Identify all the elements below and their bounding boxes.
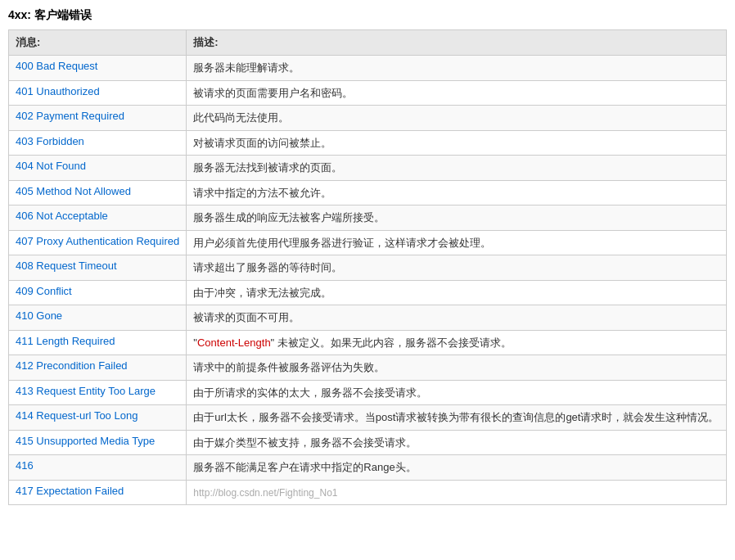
desc-cell: 对被请求页面的访问被禁止。 (187, 130, 727, 156)
table-row: 409 Conflict由于冲突，请求无法被完成。 (9, 280, 727, 305)
table-row: 405 Method Not Allowed请求中指定的方法不被允许。 (9, 180, 727, 205)
page-title: 4xx: 客户端错误 (8, 8, 727, 23)
code-cell: 400 Bad Request (9, 56, 187, 81)
desc-cell: 请求超出了服务器的等待时间。 (187, 255, 727, 281)
col2-header: 描述: (187, 30, 727, 56)
desc-cell: 由于冲突，请求无法被完成。 (187, 280, 727, 305)
code-link[interactable]: 415 Unsupported Media Type (16, 435, 155, 447)
code-link[interactable]: 412 Precondition Failed (16, 359, 128, 372)
code-cell: 413 Request Entity Too Large (9, 380, 187, 405)
desc-cell: 服务器未能理解请求。 (187, 56, 727, 81)
code-link[interactable]: 417 Expectation Failed (16, 485, 124, 497)
code-cell: 416 (9, 455, 187, 481)
watermark: http://blog.csdn.net/Fighting_No1 (193, 487, 337, 499)
http-codes-table: 消息: 描述: 400 Bad Request服务器未能理解请求。401 Una… (8, 29, 727, 505)
code-link[interactable]: 410 Gone (16, 309, 62, 322)
table-row: 414 Request-url Too Long由于url太长，服务器不会接受请… (9, 405, 727, 431)
inline-code: Content-Length (197, 336, 271, 349)
code-link[interactable]: 408 Request Timeout (16, 260, 117, 272)
desc-cell: 由于媒介类型不被支持，服务器不会接受请求。 (187, 430, 727, 455)
table-row: 407 Proxy Authentication Required用户必须首先使… (9, 230, 727, 255)
code-link[interactable]: 403 Forbidden (16, 135, 84, 147)
table-row: 411 Length Required"Content-Length" 未被定义… (9, 330, 727, 355)
table-row: 408 Request Timeout请求超出了服务器的等待时间。 (9, 255, 727, 281)
code-cell: 415 Unsupported Media Type (9, 430, 187, 455)
code-link[interactable]: 406 Not Acceptable (16, 210, 108, 222)
table-row: 412 Precondition Failed请求中的前提条件被服务器评估为失败… (9, 355, 727, 381)
table-row: 402 Payment Required此代码尚无法使用。 (9, 106, 727, 131)
table-row: 415 Unsupported Media Type由于媒介类型不被支持，服务器… (9, 430, 727, 455)
table-row: 403 Forbidden对被请求页面的访问被禁止。 (9, 130, 727, 156)
desc-cell: 用户必须首先使用代理服务器进行验证，这样请求才会被处理。 (187, 230, 727, 255)
desc-cell: 服务器不能满足客户在请求中指定的Range头。 (187, 455, 727, 481)
code-cell: 406 Not Acceptable (9, 205, 187, 231)
table-row: 406 Not Acceptable服务器生成的响应无法被客户端所接受。 (9, 205, 727, 231)
desc-cell: 服务器生成的响应无法被客户端所接受。 (187, 205, 727, 231)
desc-cell: "Content-Length" 未被定义。如果无此内容，服务器不会接受请求。 (187, 330, 727, 355)
code-cell: 411 Length Required (9, 330, 187, 355)
code-cell: 405 Method Not Allowed (9, 180, 187, 205)
desc-cell: http://blog.csdn.net/Fighting_No1 (187, 480, 727, 505)
code-link[interactable]: 416 (16, 459, 34, 472)
code-cell: 401 Unauthorized (9, 80, 187, 106)
desc-cell: 被请求的页面不可用。 (187, 305, 727, 331)
code-link[interactable]: 407 Proxy Authentication Required (16, 235, 179, 247)
table-row: 416服务器不能满足客户在请求中指定的Range头。 (9, 455, 727, 481)
table-row: 404 Not Found服务器无法找到被请求的页面。 (9, 156, 727, 181)
desc-cell: 此代码尚无法使用。 (187, 106, 727, 131)
table-row: 400 Bad Request服务器未能理解请求。 (9, 56, 727, 81)
desc-cell: 被请求的页面需要用户名和密码。 (187, 80, 727, 106)
code-link[interactable]: 413 Request Entity Too Large (16, 385, 156, 397)
code-cell: 408 Request Timeout (9, 255, 187, 281)
desc-cell: 请求中指定的方法不被允许。 (187, 180, 727, 205)
code-link[interactable]: 409 Conflict (16, 285, 72, 297)
desc-cell: 请求中的前提条件被服务器评估为失败。 (187, 355, 727, 381)
code-cell: 409 Conflict (9, 280, 187, 305)
desc-cell: 由于url太长，服务器不会接受请求。当post请求被转换为带有很长的查询信息的g… (187, 405, 727, 431)
code-cell: 412 Precondition Failed (9, 355, 187, 381)
desc-cell: 由于所请求的实体的太大，服务器不会接受请求。 (187, 380, 727, 405)
code-link[interactable]: 404 Not Found (16, 160, 86, 172)
code-link[interactable]: 405 Method Not Allowed (16, 185, 131, 197)
code-cell: 410 Gone (9, 305, 187, 331)
code-link[interactable]: 414 Request-url Too Long (16, 409, 138, 422)
code-cell: 404 Not Found (9, 156, 187, 181)
desc-cell: 服务器无法找到被请求的页面。 (187, 156, 727, 181)
table-row: 417 Expectation Failedhttp://blog.csdn.n… (9, 480, 727, 505)
table-row: 413 Request Entity Too Large由于所请求的实体的太大，… (9, 380, 727, 405)
code-cell: 402 Payment Required (9, 106, 187, 131)
code-link[interactable]: 411 Length Required (16, 335, 115, 347)
col1-header: 消息: (9, 30, 187, 56)
table-row: 401 Unauthorized被请求的页面需要用户名和密码。 (9, 80, 727, 106)
table-row: 410 Gone被请求的页面不可用。 (9, 305, 727, 331)
code-cell: 414 Request-url Too Long (9, 405, 187, 431)
code-link[interactable]: 402 Payment Required (16, 110, 124, 122)
code-link[interactable]: 401 Unauthorized (16, 85, 100, 97)
code-cell: 407 Proxy Authentication Required (9, 230, 187, 255)
code-cell: 417 Expectation Failed (9, 480, 187, 505)
code-link[interactable]: 400 Bad Request (16, 60, 97, 72)
code-cell: 403 Forbidden (9, 130, 187, 156)
